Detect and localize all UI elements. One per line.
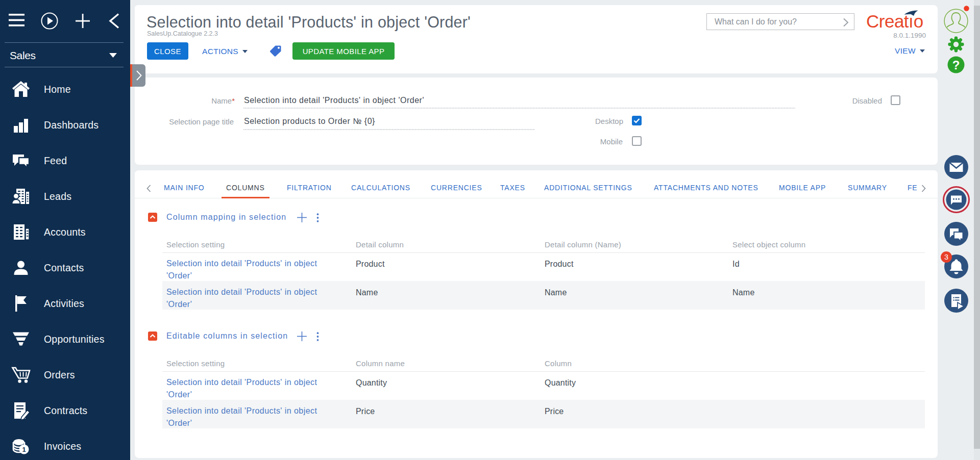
svg-text:3: 3 xyxy=(944,253,948,261)
svg-text:?: ? xyxy=(952,58,960,72)
svg-text:1: 1 xyxy=(22,446,26,453)
